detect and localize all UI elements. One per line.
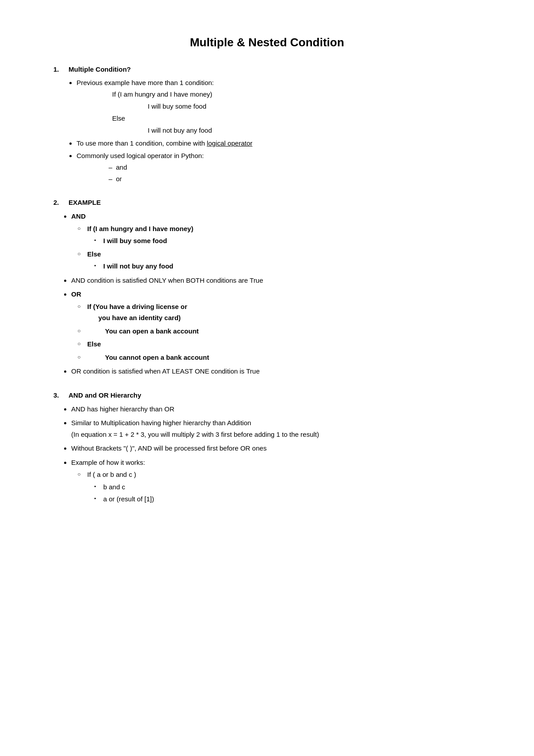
section-2-list: AND If (I am hungry and I have money) I …: [53, 211, 481, 377]
circle-text: If (You have a driving license or you ha…: [87, 303, 187, 322]
circle-item: Else: [87, 338, 481, 350]
list-item: AND If (I am hungry and I have money) I …: [71, 211, 481, 272]
square-list: I will not buy any food: [87, 260, 481, 272]
bullet-text: OR condition is satisfied when AT LEAST …: [71, 367, 260, 375]
square-list: b and c a or (result of [1]): [87, 481, 481, 505]
bullet-text: AND has higher hierarchy than OR: [71, 405, 174, 413]
section-1-header: 1. Multiple Condition?: [53, 65, 481, 73]
bullet-text: AND condition is satisfied ONLY when BOT…: [71, 276, 263, 284]
section-1-title: Multiple Condition?: [69, 65, 131, 73]
list-item: OR If (You have a driving license or you…: [71, 289, 481, 363]
list-item: Commonly used logical operator in Python…: [77, 150, 481, 184]
underline-text: logical operator: [207, 139, 253, 147]
section-1: 1. Multiple Condition? Previous example …: [53, 65, 481, 184]
circle-text: If ( a or b and c ): [87, 471, 136, 478]
square-list: I will buy some food: [87, 235, 481, 247]
code-line: Else: [112, 112, 481, 124]
list-item: OR condition is satisfied when AT LEAST …: [71, 366, 481, 377]
code-line: I will not buy any food: [112, 124, 481, 136]
square-item: I will buy some food: [103, 235, 481, 247]
section-3-number: 3.: [53, 391, 66, 399]
section-2-title: EXAMPLE: [69, 199, 101, 206]
list-item: Previous example have more than 1 condit…: [77, 77, 481, 136]
list-item: AND condition is satisfied ONLY when BOT…: [71, 275, 481, 286]
code-line: If (I am hungry and I have money): [112, 88, 481, 100]
bullet-text: Similar to Multiplication having higher …: [71, 419, 319, 438]
circle-item: If ( a or b and c ) b and c a or (result…: [87, 469, 481, 505]
and-label: AND: [71, 212, 86, 220]
square-text: b and c: [103, 483, 125, 491]
section-3-header: 3. AND and OR Hierarchy: [53, 391, 481, 399]
circle-list: If (I am hungry and I have money) I will…: [71, 223, 481, 272]
list-item: Example of how it works: If ( a or b and…: [71, 457, 481, 505]
dash-list: and or: [77, 162, 481, 184]
section-1-list: Previous example have more than 1 condit…: [53, 77, 481, 184]
circle-list: If ( a or b and c ) b and c a or (result…: [71, 469, 481, 505]
page-title: Multiple & Nested Condition: [53, 36, 481, 49]
indent-block: If (I am hungry and I have money) I will…: [77, 88, 481, 136]
section-2-header: 2. EXAMPLE: [53, 199, 481, 206]
circle-list: If (You have a driving license or you ha…: [71, 301, 481, 363]
section-3-list: AND has higher hierarchy than OR Similar…: [53, 403, 481, 505]
square-text: I will buy some food: [103, 237, 167, 244]
list-item: Similar to Multiplication having higher …: [71, 417, 481, 440]
or-label: OR: [71, 290, 81, 298]
circle-text: Else: [87, 340, 101, 348]
bullet-text: Example of how it works:: [71, 459, 145, 466]
circle-text: Else: [87, 250, 101, 258]
bullet-text: Previous example have more than 1 condit…: [77, 79, 214, 86]
list-item: AND has higher hierarchy than OR: [71, 403, 481, 415]
bullet-text: To use more than 1 condition, combine wi…: [77, 139, 252, 147]
circle-item: If (I am hungry and I have money) I will…: [87, 223, 481, 247]
circle-item: If (You have a driving license or you ha…: [87, 301, 481, 324]
square-item: I will not buy any food: [103, 260, 481, 272]
section-1-number: 1.: [53, 65, 66, 73]
circle-text: You cannot open a bank account: [105, 354, 209, 361]
section-3: 3. AND and OR Hierarchy AND has higher h…: [53, 391, 481, 505]
list-item: Without Brackets "( )", AND will be proc…: [71, 443, 481, 454]
square-item: b and c: [103, 481, 481, 493]
square-text: a or (result of [1]): [103, 495, 154, 503]
section-2: 2. EXAMPLE AND If (I am hungry and I hav…: [53, 199, 481, 377]
circle-item: You cannot open a bank account: [87, 352, 481, 363]
circle-text: If (I am hungry and I have money): [87, 225, 193, 232]
bullet-text: Commonly used logical operator in Python…: [77, 152, 204, 159]
square-text: I will not buy any food: [103, 262, 174, 270]
circle-item: You can open a bank account: [87, 325, 481, 337]
dash-item: or: [109, 174, 481, 184]
code-line: I will buy some food: [112, 100, 481, 112]
dash-item: and: [109, 162, 481, 173]
section-3-title: AND and OR Hierarchy: [69, 391, 141, 399]
list-item: To use more than 1 condition, combine wi…: [77, 138, 481, 149]
bullet-text: Without Brackets "( )", AND will be proc…: [71, 444, 267, 452]
circle-item: Else I will not buy any food: [87, 248, 481, 272]
section-2-number: 2.: [53, 199, 66, 206]
circle-text: You can open a bank account: [105, 327, 199, 335]
square-item: a or (result of [1]): [103, 493, 481, 505]
